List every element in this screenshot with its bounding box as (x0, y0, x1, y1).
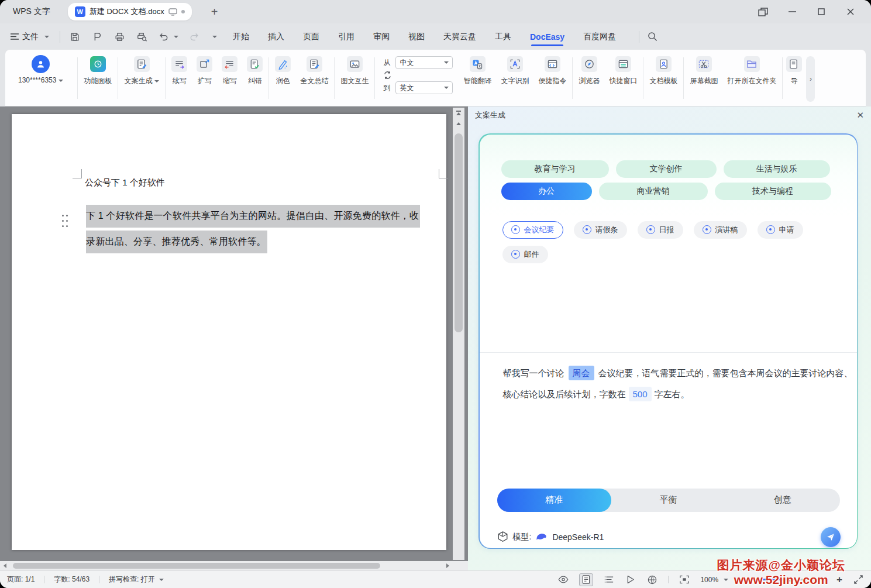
margin-mark-top-left (73, 169, 82, 178)
ribbon-quick-commands[interactable]: 便捷指令 (533, 55, 571, 86)
menu-doceasy[interactable]: DocEasy (530, 30, 564, 44)
category-literature[interactable]: 文学创作 (616, 160, 717, 178)
tag-daily-report[interactable]: 日报 (638, 221, 683, 239)
ribbon-polish[interactable]: 润色 (270, 55, 295, 86)
vertical-scroll-thumb[interactable] (455, 133, 463, 332)
page-indicator[interactable]: 页面: 1/1 (7, 575, 35, 584)
ribbon-copy-generation[interactable]: 文案生成 (119, 55, 164, 86)
spell-check-caret[interactable] (159, 579, 164, 581)
wps-window: WPS 文字 W 新建 DOCX 文档.docx + (0, 0, 871, 588)
toolbar-customize-caret[interactable] (212, 36, 217, 38)
category-education[interactable]: 教育与学习 (501, 160, 609, 178)
new-tab-button[interactable]: + (207, 5, 222, 19)
export-pdf-icon[interactable] (91, 30, 104, 43)
menu-reference[interactable]: 引用 (338, 29, 354, 44)
ribbon-expand-writing[interactable]: 扩写 (192, 55, 217, 86)
horizontal-scroll-thumb[interactable] (13, 563, 380, 569)
menu-review[interactable]: 审阅 (373, 29, 390, 44)
category-marketing[interactable]: 商业营销 (599, 183, 708, 200)
tag-meeting-minutes-selected[interactable]: 会议纪要 (502, 221, 563, 239)
mode-precise[interactable]: 精准 (497, 489, 611, 512)
search-icon[interactable] (648, 32, 657, 42)
ribbon-feature-panel[interactable]: 功能面板 (79, 55, 116, 86)
page-view-icon[interactable] (579, 573, 593, 586)
menu-insert[interactable]: 插入 (268, 29, 284, 44)
send-button[interactable] (821, 527, 841, 547)
layout-switch-icon[interactable] (755, 4, 770, 19)
tag-email[interactable]: 邮件 (502, 246, 548, 263)
redo-button-disabled[interactable] (188, 30, 201, 43)
tag-leave-note[interactable]: 请假条 (574, 221, 627, 239)
model-name[interactable]: DeepSeek-R1 (552, 532, 604, 542)
ribbon-browser[interactable]: 浏览器 (574, 55, 604, 86)
swap-languages-icon[interactable] (383, 71, 393, 80)
menu-baidu-netdisk[interactable]: 百度网盘 (583, 29, 616, 44)
menu-view[interactable]: 视图 (408, 29, 425, 44)
horizontal-scrollbar[interactable] (0, 561, 468, 570)
ribbon-text-image[interactable]: 图文互生 (336, 55, 373, 86)
ribbon-quick-window[interactable]: 快捷窗口 (604, 55, 642, 86)
ribbon-full-summary[interactable]: 全文总结 (295, 55, 333, 86)
scroll-up-icon[interactable] (453, 118, 464, 129)
document-page[interactable]: 公众号下 1 个好软件 下 1 个好软件是一个软件共享平台为主的网站。提倡自由、… (12, 114, 446, 550)
selected-text-line-2: 录新出品、分享、推荐优秀、常用软件等。 (86, 231, 267, 253)
ribbon-open-folder[interactable]: 打开所在文件夹 (722, 55, 781, 86)
maximize-button[interactable] (814, 4, 829, 19)
spell-check-status[interactable]: 拼写检查: 打开 (109, 575, 155, 584)
ribbon-screenshot[interactable]: 屏幕截图 (685, 55, 722, 86)
fullscreen-icon[interactable] (852, 574, 864, 586)
zoom-percentage[interactable]: 100% (700, 576, 718, 584)
document-heading-text[interactable]: 公众号下 1 个好软件 (85, 177, 165, 188)
app-tab-wps[interactable]: WPS 文字 (0, 6, 62, 17)
translate-to-label: 到 (383, 83, 393, 93)
close-button[interactable] (843, 4, 858, 19)
undo-button[interactable] (157, 30, 170, 43)
ribbon-proofread[interactable]: 纠错 (242, 55, 267, 86)
vertical-scrollbar[interactable] (453, 108, 464, 560)
mode-balanced[interactable]: 平衡 (611, 489, 725, 512)
scroll-to-top-icon[interactable] (453, 108, 464, 118)
outline-view-icon[interactable] (603, 574, 615, 586)
fit-screen-icon[interactable] (679, 574, 690, 586)
mode-creative[interactable]: 创意 (725, 489, 839, 512)
menu-tianyi-cloud[interactable]: 天翼云盘 (443, 29, 476, 44)
save-icon[interactable] (68, 30, 81, 43)
category-office-selected[interactable]: 办公 (501, 183, 592, 200)
account-button[interactable]: 130****6353 (5, 55, 76, 84)
eye-protect-icon[interactable] (557, 574, 569, 586)
ribbon-shorten-writing[interactable]: 缩写 (217, 55, 242, 86)
document-selected-paragraph[interactable]: 下 1 个好软件是一个软件共享平台为主的网站。提倡自由、开源免费的软件，收 录新… (86, 203, 420, 255)
prompt-topic-token[interactable]: 周会 (569, 366, 594, 380)
file-menu-button[interactable]: 文件 (0, 32, 55, 42)
minimize-button[interactable] (784, 4, 800, 19)
scroll-right-icon[interactable] (446, 563, 449, 568)
translate-from-select[interactable]: 中文 (395, 56, 453, 69)
print-icon[interactable] (113, 30, 126, 43)
menu-page[interactable]: 页面 (303, 29, 319, 44)
menu-home[interactable]: 开始 (233, 29, 249, 44)
category-tech-programming[interactable]: 技术与编程 (715, 183, 831, 200)
category-life-entertainment[interactable]: 生活与娱乐 (724, 160, 830, 178)
word-count[interactable]: 字数: 54/63 (54, 575, 89, 584)
web-layout-icon[interactable] (646, 574, 658, 586)
ribbon-more-chevron[interactable]: › (806, 56, 815, 102)
paragraph-drag-handle-icon[interactable] (62, 215, 68, 228)
translate-to-select[interactable]: 英文 (395, 81, 453, 94)
scroll-left-icon[interactable] (4, 563, 6, 568)
play-slideshow-icon[interactable] (625, 574, 636, 586)
menu-tools[interactable]: 工具 (495, 29, 511, 44)
prompt-template-text[interactable]: 帮我写一个讨论周会会议纪要，语气需要正式的，需要包含本周会议的主要讨论内容、核心… (503, 363, 857, 405)
card-divider (480, 352, 857, 353)
print-preview-icon[interactable] (135, 30, 148, 43)
prompt-wordcount-token[interactable]: 500 (629, 387, 652, 401)
ribbon-continue-writing[interactable]: 续写 (167, 55, 192, 86)
ribbon-clipped-button[interactable]: 导 (784, 55, 804, 86)
tag-speech[interactable]: 演讲稿 (694, 221, 747, 239)
tag-application[interactable]: 申请 (758, 221, 803, 239)
ribbon-doc-templates[interactable]: 文档模板 (645, 55, 682, 86)
ribbon-ocr[interactable]: 文字识别 (496, 55, 533, 86)
panel-close-icon[interactable]: ✕ (856, 110, 864, 121)
document-tab[interactable]: W 新建 DOCX 文档.docx (68, 3, 192, 20)
undo-dropdown-caret[interactable] (174, 36, 178, 38)
ribbon-smart-translate[interactable]: 智能翻译 (459, 55, 496, 86)
